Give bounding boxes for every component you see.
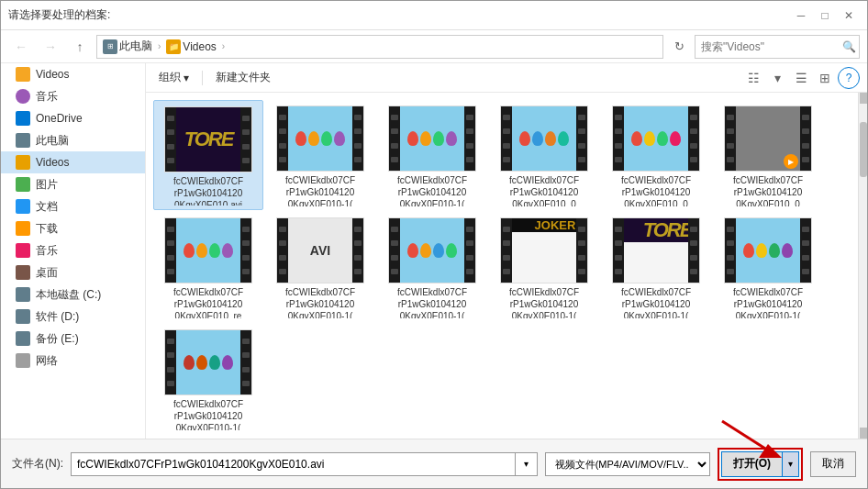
avi-label: AVI (310, 243, 330, 258)
file-item-1[interactable]: TORE fcCWIEkdlx07CFrP1wGk01041200KgvX0E0… (153, 100, 263, 210)
organize-label: 组织 (159, 70, 181, 85)
file-item-9[interactable]: fcCWIEkdlx07CFrP1wGk01041200KgvX0E010-1(… (377, 212, 487, 322)
address-bar[interactable]: ⊞ 此电脑 › 📁 Videos › (96, 35, 663, 59)
filmstrip-right-7 (240, 218, 251, 283)
sidebar-item-videos-folder[interactable]: Videos (1, 151, 145, 173)
sidebar-item-videos-lib[interactable]: Videos (1, 63, 145, 85)
file-name-7: fcCWIEkdlx07CFrP1wGk01041200KgvX0E010_re… (173, 286, 243, 318)
new-folder-button[interactable]: 新建文件夹 (210, 68, 276, 87)
sidebar-item-onedrive[interactable]: OneDrive (1, 107, 145, 129)
address-computer: ⊞ 此电脑 (103, 39, 152, 54)
sidebar-item-network[interactable]: 网络 (1, 350, 145, 372)
filmstrip-right-6 (800, 106, 811, 171)
up-button[interactable]: ↑ (67, 34, 93, 60)
filmstrip-right-13 (240, 330, 251, 395)
scrollbar-up-btn[interactable] (860, 93, 867, 104)
sidebar-item-music-lib[interactable]: 音乐 (1, 85, 145, 107)
search-input[interactable] (701, 40, 839, 53)
close-button[interactable]: ✕ (838, 5, 860, 27)
thumb-img-13 (176, 330, 240, 395)
sidebar-item-drive-d[interactable]: 软件 (D:) (1, 306, 145, 328)
filmstrip-right-1 (240, 107, 251, 172)
file-name-4: fcCWIEkdlx07CFrP1wGk01041200KgvX0E010_00… (509, 174, 579, 206)
file-item-8[interactable]: AVI fcCWIEkdlx07CFrP1wGk01041200KgvX0E01… (265, 212, 375, 322)
sidebar-item-music-lib-label: 音乐 (36, 89, 58, 105)
drive-c-icon (16, 287, 30, 302)
filmstrip-right-10 (576, 218, 587, 283)
back-button[interactable]: ← (8, 34, 34, 60)
sidebar-item-music[interactable]: 音乐 (1, 239, 145, 261)
filmstrip-left-11 (613, 218, 624, 283)
search-icon: 🔍 (842, 40, 856, 53)
file-dialog: 请选择要处理的档案: ─ □ ✕ ← → ↑ ⊞ 此电脑 › 📁 Videos … (0, 0, 868, 489)
videos-lib-icon (16, 67, 30, 82)
open-button[interactable]: 打开(O) (721, 451, 783, 477)
file-item-5[interactable]: fcCWIEkdlx07CFrP1wGk01041200KgvX0E010_00… (601, 100, 711, 210)
filmstrip-right-11 (688, 218, 699, 283)
filmstrip-left-1 (165, 107, 176, 172)
file-item-2[interactable]: fcCWIEkdlx07CFrP1wGk01041200KgvX0E010-1(… (265, 100, 375, 210)
view-dropdown-button[interactable]: ▾ (766, 67, 788, 89)
refresh-button[interactable]: ↻ (667, 35, 691, 59)
filmstrip-left-10 (501, 218, 512, 283)
view-controls: ☷ ▾ ☰ ⊞ ? (742, 67, 860, 89)
file-item-3[interactable]: fcCWIEkdlx07CFrP1wGk01041200KgvX0E010-1(… (377, 100, 487, 210)
thumb-img-5 (624, 106, 688, 171)
file-thumb-6: ▶ (724, 106, 812, 172)
sidebar-item-music-label: 音乐 (36, 243, 58, 259)
file-item-11[interactable]: TORE ▶ fcCWIEkdlx07CFrP1wGk01041200KgvX0… (601, 212, 711, 322)
sidebar: Videos 音乐 OneDrive 此电脑 Videos 图片 (1, 63, 146, 439)
thumb-img-9 (400, 218, 464, 283)
file-item-7[interactable]: fcCWIEkdlx07CFrP1wGk01041200KgvX0E010_re… (153, 212, 263, 322)
file-thumb-5 (612, 106, 700, 172)
sidebar-item-drive-c[interactable]: 本地磁盘 (C:) (1, 283, 145, 306)
scrollbar-down-btn[interactable] (860, 428, 867, 439)
dialog-title: 请选择要处理的档案: (8, 7, 110, 23)
play-icon-6: ▶ (784, 154, 798, 169)
open-dropdown-btn[interactable]: ▾ (783, 451, 799, 477)
filetype-select[interactable]: 视频文件(MP4/AVI/MOV/FLV... (545, 452, 710, 476)
forward-button[interactable]: → (38, 34, 63, 60)
search-box: 🔍 (695, 35, 860, 59)
maximize-button[interactable]: □ (814, 5, 836, 27)
sidebar-item-drive-c-label: 本地磁盘 (C:) (36, 287, 101, 303)
file-area: TORE fcCWIEkdlx07CFrP1wGk01041200KgvX0E0… (146, 93, 867, 439)
downloads-icon (16, 221, 30, 236)
view-list-button[interactable]: ☷ (742, 67, 764, 89)
scrollbar-thumb[interactable] (860, 122, 867, 177)
organize-button[interactable]: 组织 ▾ (153, 68, 195, 87)
address-toolbar: ← → ↑ ⊞ 此电脑 › 📁 Videos › ↻ 🔍 (1, 30, 867, 63)
sidebar-item-videos-lib-label: Videos (36, 68, 69, 81)
thumb-img-1: TORE (176, 107, 240, 172)
minimize-button[interactable]: ─ (790, 5, 812, 27)
cancel-button[interactable]: 取消 (810, 451, 856, 477)
thumb-img-7 (176, 218, 240, 283)
file-thumb-13 (164, 329, 252, 395)
grid-scrollbar[interactable] (858, 93, 867, 439)
filename-dropdown-btn[interactable]: ▾ (516, 452, 538, 476)
file-item-12[interactable]: fcCWIEkdlx07CFrP1wGk01041200KgvX0E010-1(… (713, 212, 823, 322)
filmstrip-right-9 (464, 218, 475, 283)
sidebar-item-downloads[interactable]: 下载 (1, 217, 145, 239)
file-item-4[interactable]: fcCWIEkdlx07CFrP1wGk01041200KgvX0E010_00… (489, 100, 599, 210)
filmstrip-left-6 (725, 106, 736, 171)
file-item-10[interactable]: JOKER ▶ fcCWIEkdlx07CFrP1wGk01041200KgvX… (489, 212, 599, 322)
file-thumb-1: TORE (164, 106, 252, 172)
file-thumb-9 (388, 217, 476, 283)
file-item-13[interactable]: fcCWIEkdlx07CFrP1wGk01041200KgvX0E010-1(… (153, 324, 263, 434)
view-large-button[interactable]: ⊞ (814, 67, 836, 89)
help-button[interactable]: ? (838, 67, 860, 89)
file-name-8: fcCWIEkdlx07CFrP1wGk01041200KgvX0E010-1(… (285, 286, 355, 318)
sidebar-item-computer[interactable]: 此电脑 (1, 129, 145, 151)
sidebar-item-desktop[interactable]: 桌面 (1, 261, 145, 283)
sidebar-item-drive-e[interactable]: 备份 (E:) (1, 328, 145, 350)
filename-input[interactable] (71, 452, 516, 476)
music-icon (16, 243, 30, 258)
sidebar-item-documents[interactable]: 文档 (1, 195, 145, 217)
view-details-button[interactable]: ☰ (790, 67, 812, 89)
file-grid[interactable]: TORE fcCWIEkdlx07CFrP1wGk01041200KgvX0E0… (146, 93, 858, 439)
sidebar-item-downloads-label: 下载 (36, 221, 58, 237)
sidebar-item-pictures[interactable]: 图片 (1, 173, 145, 195)
file-name-1: fcCWIEkdlx07CFrP1wGk01041200KgvX0E010.av… (173, 175, 243, 206)
file-item-6[interactable]: ▶ fcCWIEkdlx07CFrP1wGk01041200KgvX0E010_… (713, 100, 823, 210)
